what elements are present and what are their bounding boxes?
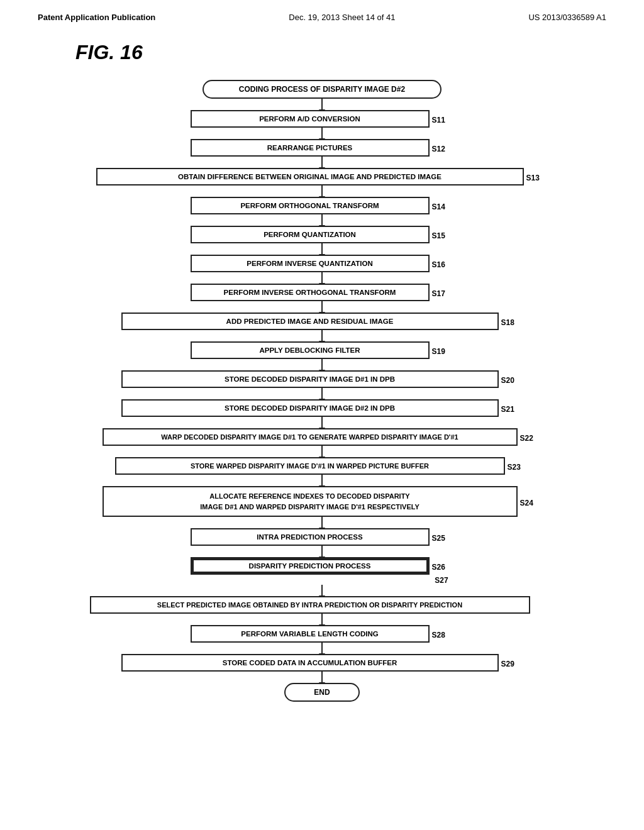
arrow-s23 [321, 446, 323, 457]
step-s19-row: APPLY DEBLOCKING FILTER S19 [191, 341, 454, 359]
box-s23: STORE WARPED DISPARITY IMAGE D'#1 IN WAR… [115, 457, 505, 475]
label-s11: S11 [432, 113, 454, 124]
box-s11: PERFORM A/D CONVERSION [191, 110, 430, 128]
end-label: END [314, 688, 330, 697]
label-s27-pos: S27 [435, 576, 448, 585]
box-s17: PERFORM INVERSE ORTHOGONAL TRANSFORM [191, 284, 430, 301]
box-s16: PERFORM INVERSE QUANTIZATION [191, 255, 430, 272]
label-s16: S16 [432, 258, 454, 269]
step-s15-row: PERFORM QUANTIZATION S15 [191, 226, 454, 243]
arrow-s21 [321, 388, 323, 399]
step-s26-row: DISPARITY PREDICTION PROCESS S26 [191, 557, 454, 575]
page-header: Patent Application Publication Dec. 19, … [38, 13, 606, 22]
step-s13-row: OBTAIN DIFFERENCE BETWEEN ORIGINAL IMAGE… [96, 168, 548, 185]
label-s23: S23 [508, 460, 530, 472]
label-s28: S28 [432, 628, 454, 639]
step-s21-row: STORE DECODED DISPARITY IMAGE D#2 IN DPB… [121, 399, 523, 417]
label-s18: S18 [501, 316, 523, 327]
arrow-s11 [321, 99, 323, 110]
step-s11-row: PERFORM A/D CONVERSION S11 [191, 110, 454, 128]
box-s28: PERFORM VARIABLE LENGTH CODING [191, 625, 430, 643]
box-s18: ADD PREDICTED IMAGE AND RESIDUAL IMAGE [121, 313, 499, 330]
box-s13: OBTAIN DIFFERENCE BETWEEN ORIGINAL IMAGE… [96, 168, 524, 185]
label-s24: S24 [520, 496, 542, 507]
s27-label-row: S27 [196, 576, 448, 585]
label-s12: S12 [432, 142, 454, 153]
s24-line2: IMAGE D#1 AND WARPED DISPARITY IMAGE D'#… [114, 502, 506, 512]
label-s15: S15 [432, 229, 454, 240]
step-s16-row: PERFORM INVERSE QUANTIZATION S16 [191, 255, 454, 272]
label-s25: S25 [432, 531, 454, 543]
arrow-s14 [321, 185, 323, 197]
step-s23-row: STORE WARPED DISPARITY IMAGE D'#1 IN WAR… [115, 457, 530, 475]
box-s22: WARP DECODED DISPARITY IMAGE D#1 TO GENE… [103, 428, 518, 446]
arrow-s15 [321, 214, 323, 226]
box-s15: PERFORM QUANTIZATION [191, 226, 430, 243]
label-s14: S14 [432, 200, 454, 211]
label-s13: S13 [526, 171, 548, 182]
header-publication: Patent Application Publication [38, 13, 155, 22]
arrow-s12 [321, 128, 323, 139]
box-s26: DISPARITY PREDICTION PROCESS [191, 557, 430, 575]
start-label: CODING PROCESS OF DISPARITY IMAGE D#2 [239, 85, 405, 94]
box-s12: REARRANGE PICTURES [191, 139, 430, 157]
step-s18-row: ADD PREDICTED IMAGE AND RESIDUAL IMAGE S… [121, 313, 523, 330]
arrow-s26 [321, 546, 323, 557]
page: Patent Application Publication Dec. 19, … [0, 0, 644, 830]
step-s14-row: PERFORM ORTHOGONAL TRANSFORM S14 [191, 197, 454, 214]
step-s20-row: STORE DECODED DISPARITY IMAGE D#1 IN DPB… [121, 370, 523, 388]
step-s27-row: SELECT PREDICTED IMAGE OBTAINED BY INTRA… [90, 596, 555, 614]
arrow-s13 [321, 157, 323, 168]
arrow-s27 [321, 585, 323, 596]
header-date-sheet: Dec. 19, 2013 Sheet 14 of 41 [289, 13, 395, 22]
arrow-s20 [321, 359, 323, 370]
arrow-s16 [321, 243, 323, 255]
label-s17: S17 [432, 287, 454, 298]
box-s21: STORE DECODED DISPARITY IMAGE D#2 IN DPB [121, 399, 499, 417]
header-patent-number: US 2013/0336589 A1 [528, 13, 606, 22]
arrow-s18 [321, 301, 323, 313]
arrow-s19 [321, 330, 323, 341]
arrow-s24 [321, 475, 323, 486]
step-s22-row: WARP DECODED DISPARITY IMAGE D#1 TO GENE… [103, 428, 542, 446]
box-s24: ALLOCATE REFERENCE INDEXES TO DECODED DI… [103, 486, 518, 517]
arrow-s17 [321, 272, 323, 284]
flowchart: CODING PROCESS OF DISPARITY IMAGE D#2 PE… [38, 80, 606, 702]
box-s29: STORE CODED DATA IN ACCUMULATION BUFFER [121, 654, 499, 672]
step-s12-row: REARRANGE PICTURES S12 [191, 139, 454, 157]
arrow-s25 [321, 517, 323, 528]
step-s24-row: ALLOCATE REFERENCE INDEXES TO DECODED DI… [103, 486, 542, 517]
step-s28-row: PERFORM VARIABLE LENGTH CODING S28 [191, 625, 454, 643]
label-s29: S29 [501, 657, 523, 668]
arrow-end [321, 672, 323, 683]
box-s25: INTRA PREDICTION PROCESS [191, 528, 430, 546]
label-s19: S19 [432, 345, 454, 356]
s24-line1: ALLOCATE REFERENCE INDEXES TO DECODED DI… [114, 491, 506, 502]
step-s25-row: INTRA PREDICTION PROCESS S25 [191, 528, 454, 546]
label-s26: S26 [432, 560, 454, 572]
arrow-s22 [321, 417, 323, 428]
step-s17-row: PERFORM INVERSE ORTHOGONAL TRANSFORM S17 [191, 284, 454, 301]
label-s22: S22 [520, 431, 542, 443]
box-s19: APPLY DEBLOCKING FILTER [191, 341, 430, 359]
step-s29-row: STORE CODED DATA IN ACCUMULATION BUFFER … [121, 654, 523, 672]
box-s20: STORE DECODED DISPARITY IMAGE D#1 IN DPB [121, 370, 499, 388]
label-s20: S20 [501, 374, 523, 385]
start-box: CODING PROCESS OF DISPARITY IMAGE D#2 [203, 80, 441, 99]
figure-title: FIG. 16 [75, 41, 606, 64]
arrow-s28 [321, 614, 323, 625]
end-box: END [284, 683, 360, 702]
box-s27: SELECT PREDICTED IMAGE OBTAINED BY INTRA… [90, 596, 530, 614]
box-s14: PERFORM ORTHOGONAL TRANSFORM [191, 197, 430, 214]
label-s21: S21 [501, 402, 523, 414]
arrow-s29 [321, 643, 323, 654]
